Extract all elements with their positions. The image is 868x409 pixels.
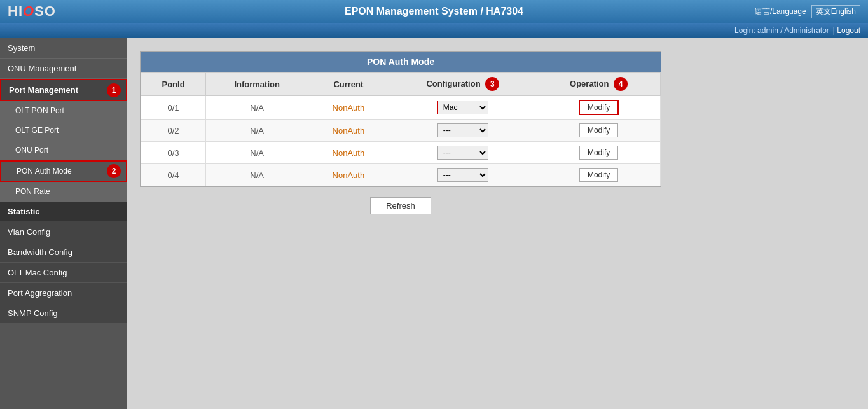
sidebar-item-onu-management[interactable]: ONU Management <box>0 59 127 79</box>
sidebar-item-onu-port[interactable]: ONU Port <box>0 141 127 160</box>
col-configuration-label: Configuration <box>426 79 480 88</box>
cell-operation[interactable]: Modify <box>537 164 661 186</box>
sidebar-item-vlan-config[interactable]: Vlan Config <box>0 222 127 242</box>
cell-information: N/A <box>206 142 308 164</box>
logout-link[interactable]: | Logout <box>833 26 860 35</box>
cell-operation[interactable]: Modify <box>537 120 661 142</box>
sidebar-item-port-aggregration[interactable]: Port Aggregration <box>0 283 127 303</box>
modify-button[interactable]: Modify <box>579 123 618 137</box>
config-select[interactable]: ---MacLoidHybrid <box>437 101 488 114</box>
sidebar-item-olt-pon-port[interactable]: OLT PON Port <box>0 101 127 121</box>
sidebar-item-pon-auth-label: PON Auth Mode <box>17 167 72 176</box>
col-configuration: Configuration 3 <box>389 73 537 96</box>
cell-configuration[interactable]: ---MacLoidHybrid <box>389 96 537 120</box>
header-title: EPON Management System / HA7304 <box>345 6 523 17</box>
badge-3: 3 <box>485 77 499 91</box>
sidebar-item-vlan-label: Vlan Config <box>8 227 50 237</box>
col-operation: Operation 4 <box>537 73 661 96</box>
sidebar-item-pon-rate[interactable]: PON Rate <box>0 182 127 202</box>
sidebar-item-port-management[interactable]: Port Management 1 <box>0 79 127 101</box>
modify-button[interactable]: Modify <box>579 168 618 182</box>
cell-current: NonAuth <box>308 164 389 186</box>
badge-4: 4 <box>614 77 628 91</box>
sidebar-item-olt-ge-label: OLT GE Port <box>15 126 59 135</box>
badge-1: 1 <box>107 83 121 97</box>
config-select[interactable]: ---MacLoidHybrid <box>437 168 488 182</box>
sidebar-item-bandwidth-config[interactable]: Bandwidth Config <box>0 242 127 263</box>
header-right: 语言/Language 英文English <box>755 5 860 18</box>
table-row: 0/3N/ANonAuth---MacLoidHybridModify <box>141 142 661 164</box>
cell-operation[interactable]: Modify <box>537 96 661 120</box>
sidebar-item-snmp-label: SNMP Config <box>8 308 58 318</box>
table-row: 0/1N/ANonAuth---MacLoidHybridModify <box>141 96 661 120</box>
main-layout: System ONU Management Port Management 1 … <box>0 38 868 409</box>
sidebar-item-olt-mac-config[interactable]: OLT Mac Config <box>0 263 127 283</box>
modify-button[interactable]: Modify <box>579 100 619 115</box>
cell-current: NonAuth <box>308 142 389 164</box>
table-row: 0/4N/ANonAuth---MacLoidHybridModify <box>141 164 661 186</box>
cell-ponid: 0/1 <box>141 96 206 120</box>
col-operation-label: Operation <box>570 79 609 88</box>
sidebar-item-system[interactable]: System <box>0 38 127 59</box>
header-login: Login: admin / Administrator | Logout <box>0 23 868 38</box>
cell-ponid: 0/4 <box>141 164 206 186</box>
cell-operation[interactable]: Modify <box>537 142 661 164</box>
cell-current: NonAuth <box>308 96 389 120</box>
sidebar: System ONU Management Port Management 1 … <box>0 38 127 409</box>
cell-ponid: 0/3 <box>141 142 206 164</box>
logo: HIOSO <box>8 3 56 20</box>
cell-information: N/A <box>206 120 308 142</box>
refresh-area: Refresh <box>140 187 661 225</box>
modify-button[interactable]: Modify <box>579 146 618 160</box>
sidebar-item-olt-pon-label: OLT PON Port <box>15 106 64 115</box>
col-information: Information <box>206 73 308 96</box>
language-label: 语言/Language <box>755 6 806 17</box>
sidebar-item-pon-auth-mode[interactable]: PON Auth Mode 2 <box>0 160 127 182</box>
cell-configuration[interactable]: ---MacLoidHybrid <box>389 142 537 164</box>
language-value[interactable]: 英文English <box>811 5 860 18</box>
pon-auth-table-container: PON Auth Mode PonId Information Current … <box>140 51 661 187</box>
pon-auth-table: PonId Information Current Configuration … <box>141 72 661 186</box>
logo-text: HIOSO <box>8 3 56 20</box>
sidebar-item-port-agg-label: Port Aggregration <box>8 288 72 298</box>
sidebar-item-olt-mac-label: OLT Mac Config <box>8 268 67 277</box>
sidebar-item-statistic-label: Statistic <box>8 207 40 216</box>
table-row: 0/2N/ANonAuth---MacLoidHybridModify <box>141 120 661 142</box>
cell-information: N/A <box>206 96 308 120</box>
sidebar-item-olt-ge-port[interactable]: OLT GE Port <box>0 121 127 141</box>
table-title: PON Auth Mode <box>141 52 661 72</box>
cell-information: N/A <box>206 164 308 186</box>
login-text: Login: admin / Administrator <box>734 26 829 35</box>
sidebar-item-snmp-config[interactable]: SNMP Config <box>0 303 127 324</box>
content-area: PON Auth Mode PonId Information Current … <box>127 38 868 409</box>
header-top: HIOSO EPON Management System / HA7304 语言… <box>0 0 868 23</box>
cell-configuration[interactable]: ---MacLoidHybrid <box>389 164 537 186</box>
sidebar-item-bandwidth-label: Bandwidth Config <box>8 247 72 257</box>
cell-ponid: 0/2 <box>141 120 206 142</box>
col-current: Current <box>308 73 389 96</box>
sidebar-item-statistic[interactable]: Statistic <box>0 202 127 222</box>
col-ponid: PonId <box>141 73 206 96</box>
cell-current: NonAuth <box>308 120 389 142</box>
config-select[interactable]: ---MacLoidHybrid <box>437 146 488 160</box>
sidebar-item-onu-port-label: ONU Port <box>15 146 48 155</box>
sidebar-item-pon-rate-label: PON Rate <box>15 187 50 196</box>
refresh-button[interactable]: Refresh <box>370 197 431 214</box>
sidebar-item-system-label: System <box>8 43 35 53</box>
sidebar-item-onu-label: ONU Management <box>8 64 76 73</box>
sidebar-item-port-mgmt-label: Port Management <box>9 85 78 95</box>
cell-configuration[interactable]: ---MacLoidHybrid <box>389 120 537 142</box>
config-select[interactable]: ---MacLoidHybrid <box>437 123 488 137</box>
badge-2: 2 <box>107 164 121 178</box>
